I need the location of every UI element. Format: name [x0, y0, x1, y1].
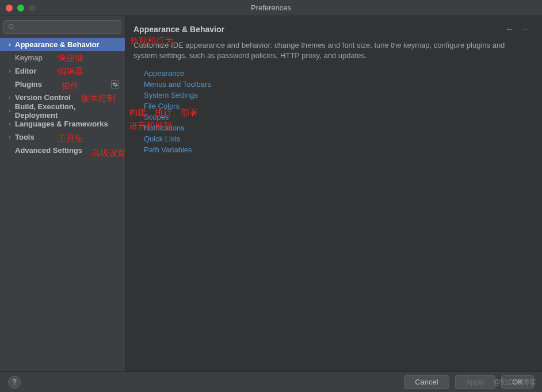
settings-link-system-settings[interactable]: System Settings [144, 90, 534, 101]
sidebar-item-label: Editor [15, 67, 37, 75]
sidebar-item-label: Keymap [15, 53, 43, 62]
chevron-right-icon: › [6, 121, 14, 127]
sidebar-item-tools[interactable]: ›Tools [0, 130, 125, 144]
chevron-right-icon: › [6, 107, 14, 114]
svg-point-0 [9, 24, 13, 28]
sidebar-item-label: Appearance & Behavior [15, 40, 100, 49]
sidebar-item-label: Advanced Settings [15, 146, 82, 155]
settings-link-quick-lists[interactable]: Quick Lists [144, 133, 534, 144]
back-button[interactable]: ← [505, 24, 514, 34]
sidebar-item-plugins[interactable]: ›Plugins [0, 78, 125, 91]
apply-button: Apply [455, 375, 496, 389]
settings-link-notifications[interactable]: Notifications [144, 122, 534, 133]
sidebar-item-advanced-settings[interactable]: ›Advanced Settings [0, 144, 125, 157]
footer: ? Cancel Apply OK [0, 371, 542, 392]
forward-button: → [520, 24, 529, 34]
sidebar-item-label: Plugins [15, 80, 42, 89]
sidebar-item-appearance-behavior[interactable]: ›Appearance & Behavior [0, 38, 125, 51]
ok-button[interactable]: OK [501, 375, 534, 389]
page-description: Customize IDE appearance and behavior: c… [125, 38, 542, 68]
svg-line-1 [13, 28, 14, 30]
settings-link-path-variables[interactable]: Path Variables [144, 144, 534, 155]
help-button[interactable]: ? [8, 376, 21, 389]
chevron-right-icon: › [6, 41, 14, 48]
chevron-right-icon: › [6, 68, 14, 74]
titlebar: Preferences [0, 0, 542, 16]
sidebar: ›Appearance & Behavior›Keymap›Editor›Plu… [0, 16, 125, 371]
sidebar-item-keymap[interactable]: ›Keymap [0, 51, 125, 64]
sidebar-item-label: Tools [15, 133, 35, 141]
window-title: Preferences [251, 3, 291, 12]
maximize-window-button[interactable] [29, 5, 36, 11]
settings-link-menus-and-toolbars[interactable]: Menus and Toolbars [144, 79, 534, 90]
settings-link-scopes[interactable]: Scopes [144, 112, 534, 122]
search-input[interactable] [3, 20, 121, 34]
page-title: Appearance & Behavior [133, 25, 224, 34]
sidebar-item-editor[interactable]: ›Editor [0, 64, 125, 78]
chevron-right-icon: › [6, 94, 14, 101]
cancel-button[interactable]: Cancel [404, 375, 449, 389]
search-icon [7, 23, 16, 31]
sidebar-item-label: Build, Execution, Deployment [15, 102, 119, 120]
sidebar-item-label: Version Control [15, 93, 71, 102]
sidebar-item-label: Languages & Frameworks [15, 120, 108, 128]
close-window-button[interactable] [6, 5, 13, 11]
settings-link-file-colors[interactable]: File Colors [144, 101, 534, 112]
sidebar-item-languages-frameworks[interactable]: ›Languages & Frameworks [0, 117, 125, 130]
sidebar-item-build-execution-deployment[interactable]: ›Build, Execution, Deployment [0, 104, 125, 117]
minimize-window-button[interactable] [17, 5, 24, 11]
window-controls [6, 5, 36, 11]
chevron-right-icon: › [6, 134, 14, 140]
gear-icon[interactable] [111, 80, 119, 89]
settings-link-appearance[interactable]: Appearance [144, 68, 534, 79]
content-pane: Appearance & Behavior ← → Customize IDE … [125, 16, 542, 371]
